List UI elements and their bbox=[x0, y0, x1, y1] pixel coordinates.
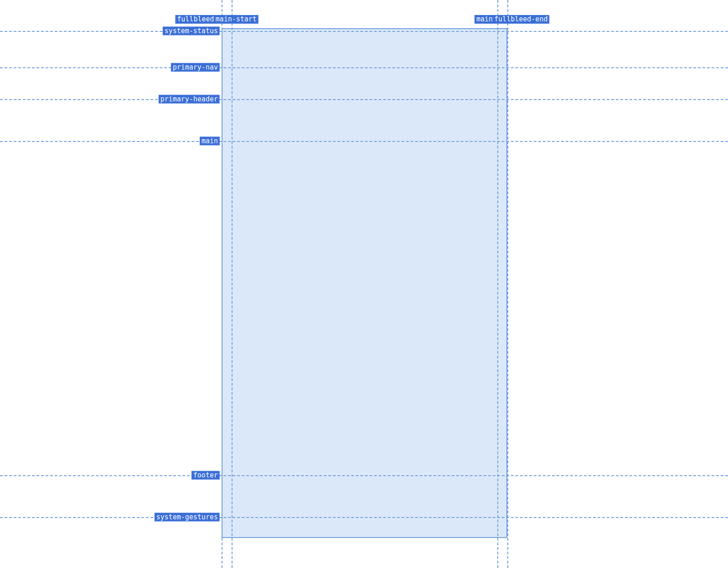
grid-diagram: fullbleed-start main-start main-end full… bbox=[0, 0, 728, 568]
label-row-system-gestures: system-gestures bbox=[155, 513, 220, 522]
guide-row-primary-nav bbox=[0, 67, 728, 68]
guide-row-system-status bbox=[0, 31, 728, 32]
device-frame bbox=[222, 28, 507, 538]
guide-col-main-end bbox=[497, 0, 498, 568]
label-row-footer: footer bbox=[192, 471, 220, 480]
guide-col-fullbleed-end bbox=[507, 0, 508, 568]
guide-col-fullbleed-start bbox=[222, 0, 222, 568]
guide-col-main-start bbox=[232, 0, 233, 568]
guide-row-main bbox=[0, 141, 728, 142]
guide-row-primary-header bbox=[0, 99, 728, 100]
label-col-fullbleed-end: fullbleed-end bbox=[492, 15, 549, 24]
label-row-system-status: system-status bbox=[163, 27, 220, 35]
label-row-primary-nav: primary-nav bbox=[171, 63, 220, 72]
label-row-main: main bbox=[200, 137, 220, 146]
label-row-primary-header: primary-header bbox=[159, 95, 220, 104]
guide-row-system-gestures bbox=[0, 517, 728, 518]
label-col-main-start: main-start bbox=[214, 15, 258, 24]
guide-row-footer bbox=[0, 475, 728, 476]
